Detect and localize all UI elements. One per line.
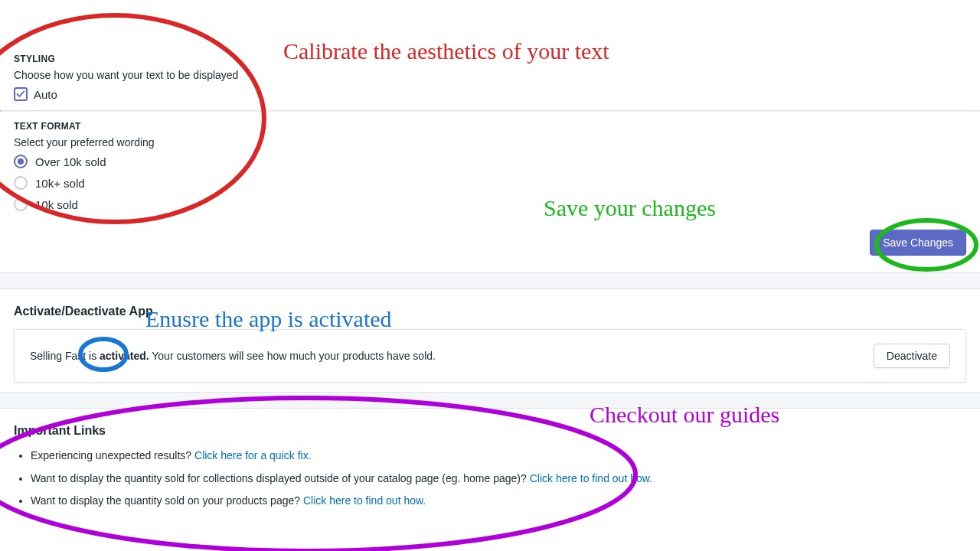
status-word: activated. <box>100 350 149 362</box>
auto-checkbox[interactable] <box>14 87 28 101</box>
radio-label: 10k+ sold <box>35 177 85 190</box>
collections-link[interactable]: Click here to find out how. <box>530 472 652 484</box>
radio-label: Over 10k sold <box>35 155 106 168</box>
status-card: Selling Fast is activated. Your customer… <box>14 329 966 383</box>
list-item: Want to display the quantity sold for co… <box>31 471 966 487</box>
list-item: Experiencing unexpected results? Click h… <box>31 448 966 464</box>
styling-heading: STYLING <box>14 54 966 64</box>
radio-option-0[interactable]: Over 10k sold <box>14 155 966 168</box>
text-format-description: Select your preferred wording <box>14 136 966 148</box>
products-page-link[interactable]: Click here to find out how. <box>303 494 426 507</box>
save-changes-button[interactable]: Save Changes <box>870 230 966 256</box>
text-format-heading: TEXT FORMAT <box>14 121 966 132</box>
activate-heading: Activate/Deactivate App <box>14 305 966 318</box>
section-gap <box>0 272 980 289</box>
radio-option-1[interactable]: 10k+ sold <box>14 176 966 190</box>
radio-icon <box>14 197 28 211</box>
radio-option-2[interactable]: 10k sold <box>14 197 966 211</box>
links-heading: Important Links <box>14 424 966 438</box>
auto-checkbox-label: Auto <box>34 88 57 101</box>
status-text: Selling Fast is activated. Your customer… <box>30 350 436 362</box>
links-list: Experiencing unexpected results? Click h… <box>14 448 966 509</box>
deactivate-button[interactable]: Deactivate <box>874 344 950 368</box>
radio-label: 10k sold <box>35 198 78 211</box>
quick-fix-link[interactable]: Click here for a quick fix. <box>194 449 312 461</box>
section-gap <box>0 392 980 409</box>
styling-description: Choose how you want your text to be disp… <box>14 69 966 81</box>
radio-icon <box>14 155 28 168</box>
radio-icon <box>14 176 28 190</box>
check-icon <box>16 90 25 99</box>
list-item: Want to display the quantity sold on you… <box>31 494 966 509</box>
text-format-radio-group: Over 10k sold 10k+ sold 10k sold <box>14 155 966 211</box>
